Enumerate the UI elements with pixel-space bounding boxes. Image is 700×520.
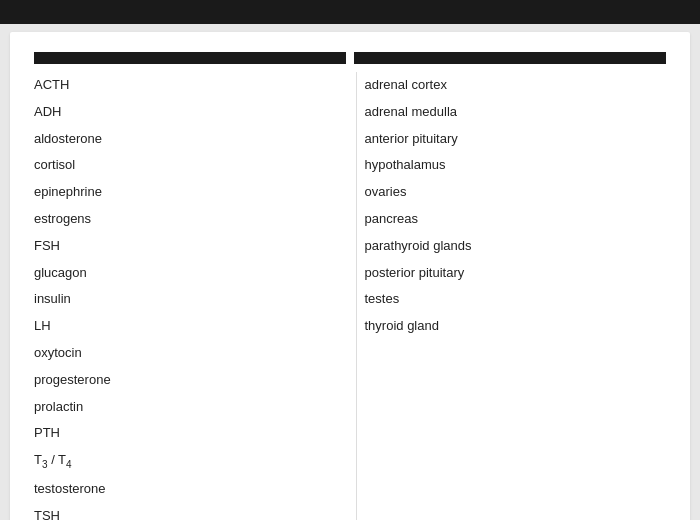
- hormone-item: ADH: [34, 99, 336, 126]
- gland-item: parathyroid glands: [365, 233, 667, 260]
- hormone-item: cortisol: [34, 152, 336, 179]
- hormones-key-label: [0, 8, 350, 16]
- gland-item: anterior pituitary: [365, 126, 667, 153]
- gland-item: hypothalamus: [365, 152, 667, 179]
- hormone-item: progesterone: [34, 367, 336, 394]
- glands-key-label: [350, 8, 700, 16]
- hormone-item: insulin: [34, 286, 336, 313]
- hormone-item: aldosterone: [34, 126, 336, 153]
- hormone-item: TSH: [34, 503, 336, 520]
- glands-col-header: [354, 52, 666, 64]
- hormone-item: testosterone: [34, 476, 336, 503]
- hormone-item: PTH: [34, 420, 336, 447]
- hormone-item: LH: [34, 313, 336, 340]
- hormone-item: prolactin: [34, 394, 336, 421]
- hormone-item: estrogens: [34, 206, 336, 233]
- gland-item: adrenal medulla: [365, 99, 667, 126]
- glands-column: adrenal cortexadrenal medullaanterior pi…: [365, 72, 667, 520]
- gland-item: pancreas: [365, 206, 667, 233]
- gland-item: thyroid gland: [365, 313, 667, 340]
- hormones-column: ACTHADHaldosteronecortisolepinephrineest…: [34, 72, 357, 520]
- gland-item: posterior pituitary: [365, 260, 667, 287]
- hormone-item: FSH: [34, 233, 336, 260]
- hormone-item: T3 / T4: [34, 447, 336, 476]
- gland-item: adrenal cortex: [365, 72, 667, 99]
- table-container: ACTHADHaldosteronecortisolepinephrineest…: [34, 52, 666, 520]
- main-card: ACTHADHaldosteronecortisolepinephrineest…: [10, 32, 690, 520]
- gland-item: testes: [365, 286, 667, 313]
- hormones-col-header: [34, 52, 346, 64]
- hormone-item: epinephrine: [34, 179, 336, 206]
- hormone-item: ACTH: [34, 72, 336, 99]
- data-rows: ACTHADHaldosteronecortisolepinephrineest…: [34, 72, 666, 520]
- gland-item: ovaries: [365, 179, 667, 206]
- header-bar: [0, 0, 700, 24]
- hormone-item: glucagon: [34, 260, 336, 287]
- column-dividers: [34, 52, 666, 64]
- hormone-item: oxytocin: [34, 340, 336, 367]
